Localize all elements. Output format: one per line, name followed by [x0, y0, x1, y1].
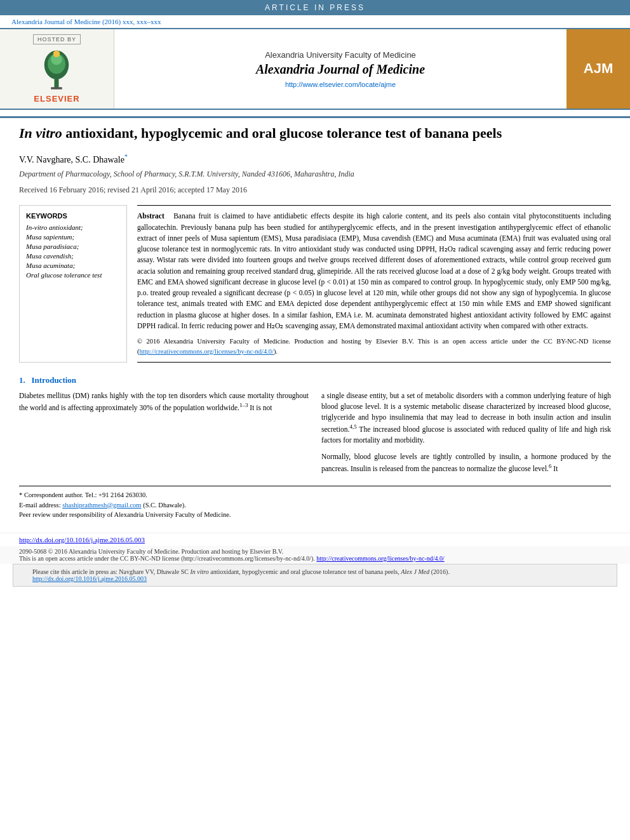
- section-title: 1. Introduction: [19, 375, 611, 385]
- journal-university: Alexandria University Faculty of Medicin…: [265, 50, 416, 60]
- citation-journal: Alex J Med: [401, 568, 429, 575]
- ajm-letters: AJM: [584, 60, 613, 76]
- affiliation: Department of Pharmacology, School of Ph…: [19, 170, 611, 179]
- citation-text-1: Please cite this article in press as: Na…: [32, 568, 190, 575]
- authors-names: V.V. Navghare, S.C. Dhawale: [19, 154, 124, 164]
- ref-4-5: 4,5: [349, 423, 356, 430]
- journal-link-bar: Alexandria Journal of Medicine (2016) xx…: [0, 15, 630, 28]
- citation-text-3: (2016).: [429, 568, 450, 575]
- citation-text-2: antioxidant, hypoglycemic and oral gluco…: [209, 568, 401, 575]
- keyword-2: Musa sapientum;: [26, 233, 120, 241]
- citation-doi-link[interactable]: http://dx.doi.org/10.1016/j.ajme.2016.05…: [32, 575, 147, 582]
- intro-col1-para1: Diabetes mellitus (DM) ranks highly with…: [19, 390, 309, 413]
- intro-col-right: a single disease entity, but a set of me…: [321, 390, 611, 479]
- section-number: 1.: [19, 375, 25, 385]
- keywords-title: KEYWORDS: [26, 212, 120, 220]
- footnote-section: * Correspondent author. Tel.: +91 2164 2…: [19, 486, 611, 520]
- introduction-two-column: Diabetes mellitus (DM) ranks highly with…: [19, 390, 611, 479]
- intro-col-left: Diabetes mellitus (DM) ranks highly with…: [19, 390, 309, 479]
- main-content: In vitro antioxidant, hypoglycemic and o…: [0, 118, 630, 526]
- abstract-text: Banana fruit is claimed to have antidiab…: [137, 212, 611, 330]
- title-main-part: antioxidant, hypoglycemic and oral gluco…: [62, 125, 502, 141]
- intro-col2-para1: a single disease entity, but a set of me…: [321, 390, 611, 446]
- journal-title-main: Alexandria Journal of Medicine: [256, 62, 425, 77]
- copyright-text-2: This is an open access article under the…: [19, 555, 611, 562]
- elsevier-tree-icon: [34, 48, 79, 93]
- copyright-text-1: 2090-5068 © 2016 Alexandria University F…: [19, 548, 611, 555]
- abstract-label: Abstract: [137, 212, 164, 220]
- journal-header: HOSTED BY ELSEVIER Alexandria University…: [0, 28, 630, 110]
- article-title: In vitro antioxidant, hypoglycemic and o…: [19, 124, 611, 143]
- footnote-email-link[interactable]: shashiprathmesh@gmail.com: [62, 502, 141, 509]
- header-center: Alexandria University Faculty of Medicin…: [114, 29, 566, 109]
- author-asterisk: *: [124, 153, 128, 160]
- authors-line: V.V. Navghare, S.C. Dhawale*: [19, 153, 611, 165]
- keywords-box: KEYWORDS In-vitro antioxidant; Musa sapi…: [19, 205, 127, 362]
- dates: Received 16 February 2016; revised 21 Ap…: [19, 185, 611, 195]
- elsevier-logo: ELSEVIER: [34, 48, 79, 103]
- intro-col2-para2: Normally, blood glucose levels are tight…: [321, 451, 611, 474]
- copyright-bar: 2090-5068 © 2016 Alexandria University F…: [0, 546, 630, 564]
- title-italic-part: In vitro: [19, 125, 62, 141]
- citation-bar: Please cite this article in press as: Na…: [13, 564, 617, 587]
- hosted-by-label: HOSTED BY: [33, 34, 81, 44]
- citation-italic: In vitro: [190, 568, 208, 575]
- footnote-3: Peer review under responsibility of Alex…: [19, 510, 611, 520]
- journal-url[interactable]: http://www.elsevier.com/locate/ajme: [285, 81, 396, 88]
- ajm-logo: AJM: [584, 60, 613, 77]
- introduction-section: 1. Introduction Diabetes mellitus (DM) r…: [19, 375, 611, 479]
- svg-rect-4: [51, 87, 63, 90]
- keyword-3: Musa paradisiaca;: [26, 243, 120, 250]
- abstract-box: Abstract Banana fruit is claimed to have…: [137, 205, 611, 362]
- header-left: HOSTED BY ELSEVIER: [0, 29, 114, 109]
- doi-bar: http://dx.doi.org/10.1016/j.ajme.2016.05…: [0, 533, 630, 546]
- keyword-6: Oral glucose tolerance test: [26, 271, 120, 279]
- ref-1-3: 1–3: [239, 402, 248, 408]
- keyword-1: In-vitro antioxidant;: [26, 223, 120, 231]
- abstract-copyright: © 2016 Alexandria University Faculty of …: [137, 337, 611, 357]
- footnote-2: E-mail address: shashiprathmesh@gmail.co…: [19, 500, 611, 510]
- svg-point-5: [53, 51, 60, 58]
- keyword-4: Musa cavendish;: [26, 252, 120, 260]
- doi-link[interactable]: http://dx.doi.org/10.1016/j.ajme.2016.05…: [19, 536, 145, 543]
- header-right: AJM: [566, 29, 630, 109]
- footnote-1: * Correspondent author. Tel.: +91 2164 2…: [19, 490, 611, 500]
- elsevier-text: ELSEVIER: [34, 94, 79, 103]
- abstract-license-link[interactable]: http://creativecommons.org/licenses/by-n…: [140, 348, 274, 355]
- copyright-license-link[interactable]: http://creativecommons.org/licenses/by-n…: [316, 555, 444, 562]
- abstract-section: KEYWORDS In-vitro antioxidant; Musa sapi…: [19, 205, 611, 362]
- article-in-press-banner: ARTICLE IN PRESS: [0, 0, 630, 15]
- section-label: Introduction: [32, 375, 77, 385]
- keyword-5: Musa acuminata;: [26, 262, 120, 269]
